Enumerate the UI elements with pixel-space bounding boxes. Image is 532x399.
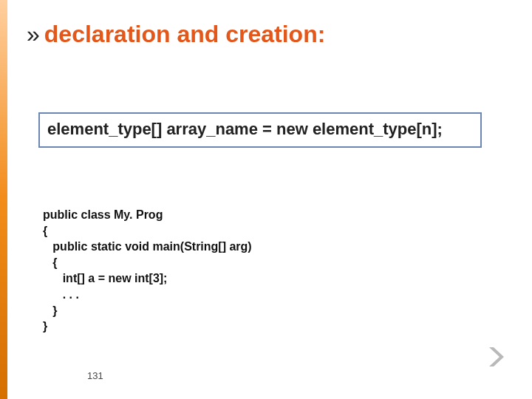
code-line-7: }	[43, 304, 58, 317]
code-line-1: public class My. Prog	[43, 208, 163, 221]
code-line-4: {	[43, 256, 58, 269]
code-line-2: {	[43, 225, 47, 237]
code-line-8: }	[43, 320, 47, 332]
title-bullet-chevron: »	[27, 21, 40, 47]
next-chevron-icon	[485, 344, 510, 369]
slide: »declaration and creation: element_type[…	[0, 0, 532, 399]
slide-title: »declaration and creation:	[27, 21, 325, 48]
page-number: 131	[87, 370, 103, 381]
title-text: declaration and creation:	[44, 21, 326, 47]
left-accent-bar	[0, 0, 7, 399]
code-line-6: . . .	[43, 288, 79, 301]
code-line-5: int[] a = new int[3];	[43, 272, 167, 284]
syntax-box: element_type[] array_name = new element_…	[38, 112, 482, 148]
code-example: public class My. Prog { public static vo…	[43, 207, 252, 335]
syntax-text: element_type[] array_name = new element_…	[47, 120, 443, 138]
code-line-3: public static void main(String[] arg)	[43, 240, 252, 253]
